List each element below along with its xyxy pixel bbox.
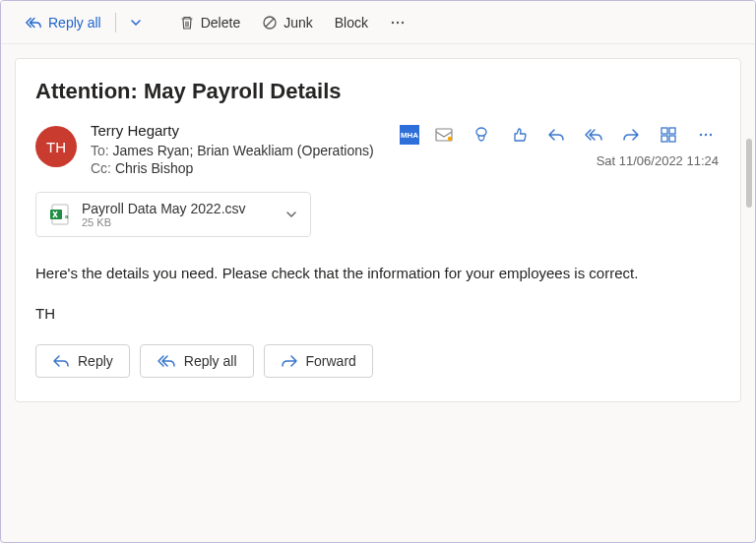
cc-label: Cc:: [91, 160, 111, 176]
attachment-text: Payroll Data May 2022.csv 25 KB: [82, 201, 275, 228]
svg-point-5: [448, 137, 452, 141]
reply-all-dropdown[interactable]: [120, 11, 152, 34]
more-button[interactable]: [380, 9, 415, 36]
reply-label: Reply: [78, 353, 113, 369]
message-actions: MHA: [400, 122, 719, 148]
block-label: Block: [335, 15, 368, 30]
attachment[interactable]: a Payroll Data May 2022.csv 25 KB: [35, 192, 311, 237]
block-button[interactable]: Block: [325, 9, 378, 36]
reply-all-icon: [584, 128, 603, 142]
scrollbar-thumb[interactable]: [746, 139, 752, 208]
translate-button[interactable]: [469, 122, 494, 148]
forward-icon: [622, 128, 640, 142]
reply-button-icon[interactable]: [543, 122, 569, 148]
svg-rect-14: [50, 210, 62, 219]
attachment-size: 25 KB: [82, 216, 275, 228]
more-actions-button[interactable]: [693, 122, 719, 148]
email-card: Attention: May Payroll Details TH Terry …: [15, 58, 741, 402]
like-button[interactable]: [506, 122, 532, 148]
body-line-1: Here's the details you need. Please chec…: [35, 263, 721, 285]
forward-button[interactable]: Forward: [264, 344, 373, 378]
junk-label: Junk: [284, 15, 313, 30]
email-body: Here's the details you need. Please chec…: [35, 263, 721, 325]
trash-icon: [179, 15, 195, 30]
cc-names: Chris Bishop: [115, 160, 193, 176]
apps-icon: [661, 127, 676, 143]
reply-button[interactable]: Reply: [35, 344, 130, 378]
toggle-read-button[interactable]: [431, 122, 457, 148]
svg-rect-9: [669, 136, 675, 142]
reply-all-icon: [25, 15, 42, 30]
reply-all-button[interactable]: Reply all: [15, 9, 111, 36]
svg-point-10: [700, 134, 702, 136]
to-names: James Ryan; Brian Weakliam (Operations): [113, 143, 374, 158]
reply-icon: [52, 354, 70, 368]
delete-label: Delete: [201, 15, 240, 30]
svg-point-1: [392, 21, 394, 23]
toolbar-separator: [115, 13, 116, 32]
svg-rect-8: [662, 136, 667, 142]
reply-all-button-icon[interactable]: [581, 122, 606, 148]
svg-point-2: [397, 21, 399, 23]
email-header: TH Terry Hegarty To: James Ryan; Brian W…: [35, 122, 721, 178]
reply-all-icon: [157, 354, 176, 368]
ellipsis-icon: [698, 127, 714, 143]
svg-point-12: [710, 134, 712, 136]
svg-point-11: [705, 134, 707, 136]
chevron-down-icon[interactable]: [284, 208, 298, 221]
delete-button[interactable]: Delete: [169, 9, 250, 36]
reply-all-label: Reply all: [184, 353, 237, 369]
forward-label: Forward: [306, 353, 356, 369]
main-toolbar: Reply all Delete Junk Block: [1, 1, 755, 44]
thumbs-up-icon: [511, 127, 527, 143]
reply-all-label: Reply all: [48, 15, 101, 30]
svg-point-3: [402, 21, 404, 23]
forward-button-icon[interactable]: [618, 122, 644, 148]
reply-icon: [547, 128, 565, 142]
chevron-down-icon: [130, 17, 142, 29]
junk-button[interactable]: Junk: [252, 9, 323, 36]
avatar[interactable]: TH: [35, 126, 77, 167]
body-signature: TH: [35, 303, 721, 326]
to-label: To:: [91, 143, 109, 158]
excel-file-icon: a: [48, 203, 72, 226]
block-circle-icon: [262, 15, 278, 30]
envelope-icon: [435, 128, 453, 142]
apps-button[interactable]: [656, 122, 681, 148]
shield-icon: [472, 126, 490, 144]
forward-icon: [281, 354, 298, 368]
timestamp: Sat 11/06/2022 11:24: [597, 153, 719, 168]
svg-rect-7: [669, 128, 675, 134]
reply-buttons: Reply Reply all Forward: [35, 344, 721, 378]
email-subject: Attention: May Payroll Details: [35, 79, 721, 104]
svg-rect-6: [662, 128, 667, 134]
reply-all-button-bottom[interactable]: Reply all: [140, 344, 254, 378]
org-badge[interactable]: MHA: [400, 125, 419, 145]
ellipsis-icon: [390, 15, 406, 30]
attachment-name: Payroll Data May 2022.csv: [82, 201, 275, 216]
